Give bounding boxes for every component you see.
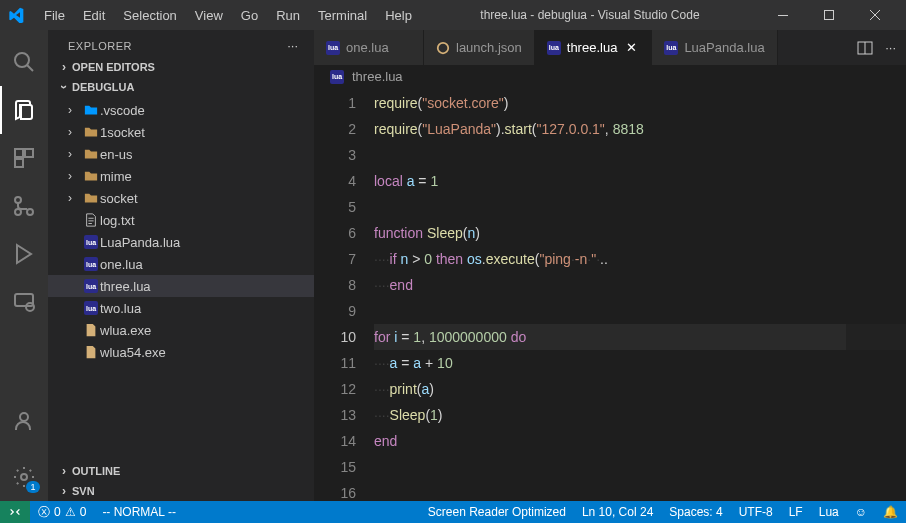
panel-project[interactable]: › DEBUGLUA <box>48 77 314 97</box>
editor-tab[interactable]: launch.json <box>424 30 535 65</box>
tree-file[interactable]: wlua54.exe <box>48 341 314 363</box>
tree-label: two.lua <box>100 301 141 316</box>
svg-point-12 <box>21 474 27 480</box>
status-bell-icon[interactable]: 🔔 <box>875 505 906 519</box>
editor-tab[interactable]: luaone.lua <box>314 30 424 65</box>
activity-settings-icon[interactable]: 1 <box>0 453 48 501</box>
tree-file[interactable]: luaone.lua <box>48 253 314 275</box>
tree-label: wlua.exe <box>100 323 151 338</box>
sidebar: EXPLORER ··· › OPEN EDITORS › DEBUGLUA ›… <box>48 30 314 501</box>
activity-account-icon[interactable] <box>0 397 48 445</box>
menu-file[interactable]: File <box>36 4 73 27</box>
close-button[interactable] <box>852 0 898 30</box>
svg-point-13 <box>438 42 449 53</box>
tree-label: LuaPanda.lua <box>100 235 180 250</box>
activity-scm-icon[interactable] <box>0 182 48 230</box>
status-feedback-icon[interactable]: ☺ <box>847 505 875 519</box>
menu-run[interactable]: Run <box>268 4 308 27</box>
editor-tab[interactable]: luaLuaPanda.lua <box>652 30 777 65</box>
status-screen-reader[interactable]: Screen Reader Optimized <box>420 505 574 519</box>
editor-tab[interactable]: luathree.lua✕ <box>535 30 653 65</box>
tab-label: one.lua <box>346 40 389 55</box>
tree-label: log.txt <box>100 213 135 228</box>
code-content[interactable]: require("socket.core")require("LuaPanda"… <box>374 88 906 501</box>
activity-remote-icon[interactable] <box>0 278 48 326</box>
tree-label: wlua54.exe <box>100 345 166 360</box>
tree-folder[interactable]: ›1socket <box>48 121 314 143</box>
menu-help[interactable]: Help <box>377 4 420 27</box>
menu-edit[interactable]: Edit <box>75 4 113 27</box>
tree-folder[interactable]: ›en-us <box>48 143 314 165</box>
status-remote-icon[interactable] <box>0 501 30 523</box>
status-spaces[interactable]: Spaces: 4 <box>661 505 730 519</box>
panel-outline[interactable]: › OUTLINE <box>48 461 314 481</box>
warning-icon: ⚠ <box>65 505 76 519</box>
tree-folder[interactable]: ›mime <box>48 165 314 187</box>
minimap[interactable] <box>846 88 906 501</box>
menu-bar: File Edit Selection View Go Run Terminal… <box>36 4 420 27</box>
panel-svn[interactable]: › SVN <box>48 481 314 501</box>
minimize-button[interactable] <box>760 0 806 30</box>
menu-selection[interactable]: Selection <box>115 4 184 27</box>
tab-file-icon <box>436 41 450 55</box>
panel-label: DEBUGLUA <box>72 81 134 93</box>
status-eol[interactable]: LF <box>781 505 811 519</box>
activity-bar: 1 <box>0 30 48 501</box>
title-bar: File Edit Selection View Go Run Terminal… <box>0 0 906 30</box>
chevron-right-icon: › <box>56 60 72 74</box>
tree-folder[interactable]: ›socket <box>48 187 314 209</box>
status-encoding[interactable]: UTF-8 <box>731 505 781 519</box>
status-vim-mode: -- NORMAL -- <box>94 501 184 523</box>
tree-label: mime <box>100 169 132 184</box>
error-count: 0 <box>54 505 61 519</box>
tree-label: socket <box>100 191 138 206</box>
maximize-button[interactable] <box>806 0 852 30</box>
sidebar-more-icon[interactable]: ··· <box>287 38 298 53</box>
tree-label: three.lua <box>100 279 151 294</box>
activity-search-icon[interactable] <box>0 38 48 86</box>
panel-label: SVN <box>72 485 95 497</box>
tree-label: 1socket <box>100 125 145 140</box>
editor-more-icon[interactable]: ··· <box>885 40 896 55</box>
panel-label: OUTLINE <box>72 465 120 477</box>
chevron-right-icon: › <box>56 484 72 498</box>
activity-debug-icon[interactable] <box>0 230 48 278</box>
error-icon: ⓧ <box>38 504 50 521</box>
tree-file[interactable]: luatwo.lua <box>48 297 314 319</box>
svg-point-11 <box>20 413 28 421</box>
activity-explorer-icon[interactable] <box>0 86 48 134</box>
tree-file[interactable]: luathree.lua <box>48 275 314 297</box>
breadcrumb[interactable]: lua three.lua <box>314 65 906 88</box>
status-language[interactable]: Lua <box>811 505 847 519</box>
menu-terminal[interactable]: Terminal <box>310 4 375 27</box>
tree-label: en-us <box>100 147 133 162</box>
lua-file-icon: lua <box>328 70 346 84</box>
tree-folder[interactable]: ›.vscode <box>48 99 314 121</box>
status-problems[interactable]: ⓧ0 ⚠0 <box>30 501 94 523</box>
activity-extensions-icon[interactable] <box>0 134 48 182</box>
svg-point-7 <box>27 209 33 215</box>
menu-view[interactable]: View <box>187 4 231 27</box>
vscode-logo-icon <box>8 7 24 23</box>
tree-label: one.lua <box>100 257 143 272</box>
svg-rect-5 <box>15 159 23 167</box>
tab-label: LuaPanda.lua <box>684 40 764 55</box>
tab-label: three.lua <box>567 40 618 55</box>
code-area[interactable]: 12345678910111213141516 require("socket.… <box>314 88 906 501</box>
status-right: Screen Reader Optimized Ln 10, Col 24 Sp… <box>420 505 906 519</box>
svg-rect-4 <box>25 149 33 157</box>
window-title: three.lua - debuglua - Visual Studio Cod… <box>420 8 760 22</box>
tree-file[interactable]: log.txt <box>48 209 314 231</box>
panel-open-editors[interactable]: › OPEN EDITORS <box>48 57 314 77</box>
sidebar-title: EXPLORER <box>68 40 287 52</box>
menu-go[interactable]: Go <box>233 4 266 27</box>
settings-badge: 1 <box>26 481 40 493</box>
tab-close-icon[interactable]: ✕ <box>623 40 639 56</box>
tab-actions: ··· <box>847 30 906 65</box>
breadcrumb-label: three.lua <box>352 69 403 84</box>
main-area: 1 EXPLORER ··· › OPEN EDITORS › DEBUGLUA… <box>0 30 906 501</box>
split-editor-icon[interactable] <box>857 40 873 56</box>
tree-file[interactable]: wlua.exe <box>48 319 314 341</box>
status-position[interactable]: Ln 10, Col 24 <box>574 505 661 519</box>
tree-file[interactable]: luaLuaPanda.lua <box>48 231 314 253</box>
